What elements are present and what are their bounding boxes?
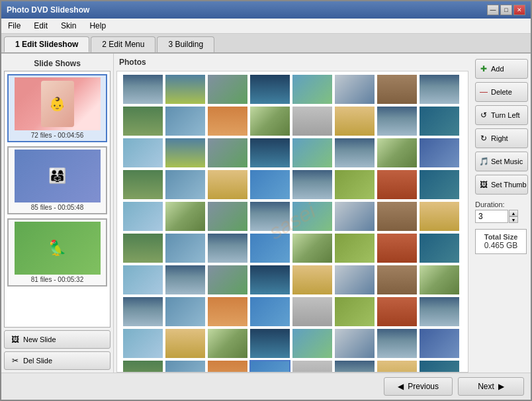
tab-edit-slideshow[interactable]: 1 Edit Slideshow [4, 36, 89, 52]
photo-thumb-30[interactable] [334, 169, 375, 200]
photo-thumb-55[interactable] [377, 265, 418, 295]
photo-thumb-75[interactable] [207, 360, 248, 373]
slideshow-item-1[interactable]: 👶 72 files - 00:04:56 [7, 74, 107, 142]
delete-button[interactable]: — Delete [475, 82, 528, 102]
photo-thumb-5[interactable] [292, 74, 333, 105]
slideshow-item-2[interactable]: 👨‍👩‍👧 85 files - 00:05:48 [7, 146, 107, 214]
photo-thumb-44[interactable] [249, 233, 290, 263]
menu-edit[interactable]: Edit [30, 20, 52, 32]
photo-thumb-21[interactable] [292, 138, 333, 168]
photo-thumb-73[interactable] [122, 360, 163, 373]
photo-thumb-76[interactable] [249, 360, 290, 373]
photo-thumb-50[interactable] [165, 265, 206, 295]
menu-file[interactable]: File [4, 20, 24, 32]
close-button[interactable]: ✕ [513, 5, 525, 15]
photo-thumb-32[interactable] [419, 169, 460, 200]
new-slide-button[interactable]: 🖼 New Slide [4, 330, 111, 349]
photo-thumb-49[interactable] [122, 265, 163, 295]
photo-thumb-10[interactable] [165, 106, 206, 136]
photo-thumb-8[interactable] [419, 74, 460, 105]
photo-thumb-71[interactable] [377, 328, 418, 359]
photo-thumb-74[interactable] [165, 360, 206, 373]
tab-edit-menu[interactable]: 2 Edit Menu [91, 36, 155, 52]
photo-thumb-6[interactable] [334, 74, 375, 105]
minimize-button[interactable]: — [487, 5, 499, 15]
photo-thumb-77[interactable] [292, 360, 333, 373]
photo-thumb-69[interactable] [292, 328, 333, 359]
photo-thumb-11[interactable] [207, 106, 248, 136]
photo-thumb-14[interactable] [334, 106, 375, 136]
photo-thumb-61[interactable] [292, 296, 333, 327]
photo-thumb-70[interactable] [334, 328, 375, 359]
photo-thumb-19[interactable] [207, 138, 248, 168]
photo-thumb-62[interactable] [334, 296, 375, 327]
photo-thumb-17[interactable] [122, 138, 163, 168]
photo-thumb-20[interactable] [249, 138, 290, 168]
photo-thumb-15[interactable] [377, 106, 418, 136]
photo-thumb-57[interactable] [122, 296, 163, 327]
previous-button[interactable]: ◀ Previous [384, 377, 453, 396]
photo-thumb-18[interactable] [165, 138, 206, 168]
set-music-button[interactable]: 🎵 Set Music [475, 152, 528, 171]
photo-thumb-54[interactable] [334, 265, 375, 295]
photo-thumb-26[interactable] [165, 169, 206, 200]
photo-thumb-51[interactable] [207, 265, 248, 295]
set-thumb-button[interactable]: 🖼 Set Thumb [475, 175, 528, 195]
photo-thumb-28[interactable] [249, 169, 290, 200]
photo-thumb-34[interactable] [165, 201, 206, 232]
photo-thumb-1[interactable] [122, 74, 163, 105]
photo-thumb-4[interactable] [249, 74, 290, 105]
photo-thumb-68[interactable] [249, 328, 290, 359]
photo-thumb-72[interactable] [419, 328, 460, 359]
photo-thumb-66[interactable] [165, 328, 206, 359]
photo-thumb-40[interactable] [419, 201, 460, 232]
photo-thumb-16[interactable] [419, 106, 460, 136]
del-slide-button[interactable]: ✂ Del Slide [4, 351, 111, 370]
photo-thumb-27[interactable] [207, 169, 248, 200]
photo-thumb-42[interactable] [165, 233, 206, 263]
duration-input[interactable]: 3 [475, 210, 508, 223]
photo-thumb-7[interactable] [377, 74, 418, 105]
photo-thumb-58[interactable] [165, 296, 206, 327]
photo-thumb-59[interactable] [207, 296, 248, 327]
photo-thumb-22[interactable] [334, 138, 375, 168]
photo-thumb-12[interactable] [249, 106, 290, 136]
photo-thumb-43[interactable] [207, 233, 248, 263]
photo-thumb-23[interactable] [377, 138, 418, 168]
photo-thumb-79[interactable] [377, 360, 418, 373]
photo-thumb-13[interactable] [292, 106, 333, 136]
photo-thumb-45[interactable] [292, 233, 333, 263]
tab-building[interactable]: 3 Building [157, 36, 214, 52]
photo-thumb-3[interactable] [207, 74, 248, 105]
photo-thumb-9[interactable] [122, 106, 163, 136]
duration-up-button[interactable]: ▲ [509, 210, 518, 216]
photo-thumb-64[interactable] [419, 296, 460, 327]
photo-thumb-25[interactable] [122, 169, 163, 200]
slideshow-item-3[interactable]: 🦜 81 files - 00:05:32 [7, 218, 107, 287]
photo-thumb-29[interactable] [292, 169, 333, 200]
photo-thumb-47[interactable] [377, 233, 418, 263]
photo-thumb-2[interactable] [165, 74, 206, 105]
photo-thumb-53[interactable] [292, 265, 333, 295]
duration-down-button[interactable]: ▼ [509, 216, 518, 223]
photo-thumb-67[interactable] [207, 328, 248, 359]
menu-skin[interactable]: Skin [57, 20, 80, 32]
next-button[interactable]: Next ▶ [458, 377, 524, 396]
photo-thumb-80[interactable] [419, 360, 460, 373]
turn-right-button[interactable]: ↻ Right [475, 128, 528, 148]
photo-thumb-41[interactable] [122, 233, 163, 263]
photo-thumb-63[interactable] [377, 296, 418, 327]
photo-thumb-60[interactable] [249, 296, 290, 327]
photo-thumb-31[interactable] [377, 169, 418, 200]
photo-thumb-36[interactable] [249, 201, 290, 232]
maximize-button[interactable]: □ [500, 5, 512, 15]
photo-thumb-37[interactable] [292, 201, 333, 232]
photo-thumb-24[interactable] [419, 138, 460, 168]
photo-thumb-33[interactable] [122, 201, 163, 232]
photo-thumb-39[interactable] [377, 201, 418, 232]
photo-thumb-78[interactable] [334, 360, 375, 373]
photo-thumb-65[interactable] [122, 328, 163, 359]
add-button[interactable]: ✚ Add [475, 59, 528, 79]
menu-help[interactable]: Help [85, 20, 110, 32]
photo-thumb-56[interactable] [419, 265, 460, 295]
